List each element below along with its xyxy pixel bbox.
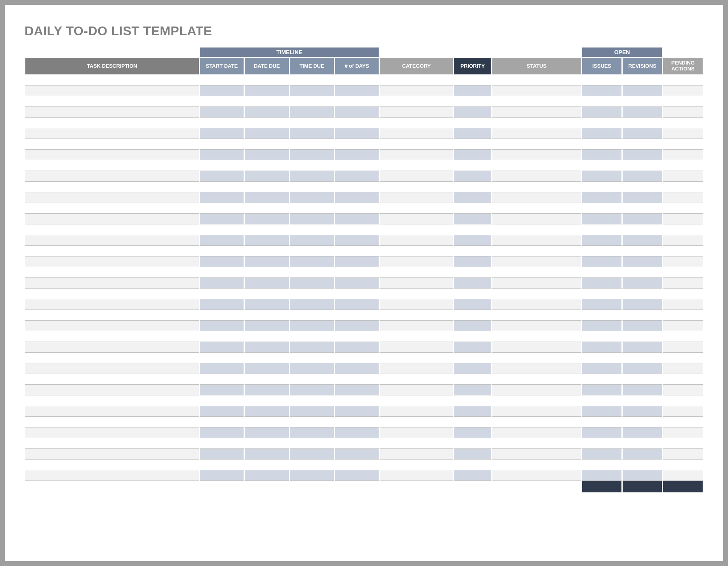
cell-issues[interactable] (582, 118, 622, 128)
cell-issues[interactable] (582, 203, 622, 214)
cell-pending_actions[interactable] (663, 353, 703, 363)
cell-pending_actions[interactable] (663, 139, 703, 150)
cell-pending_actions[interactable] (663, 182, 703, 192)
cell-revisions[interactable] (622, 342, 662, 353)
cell-task[interactable] (25, 331, 199, 342)
cell-pending_actions[interactable] (663, 406, 703, 417)
cell-category[interactable] (379, 417, 453, 427)
cell-date_due[interactable] (244, 160, 289, 171)
cell-revisions[interactable] (622, 299, 662, 310)
cell-task[interactable] (25, 75, 199, 85)
cell-date_due[interactable] (244, 321, 289, 331)
cell-pending_actions[interactable] (663, 214, 703, 224)
cell-start_date[interactable] (200, 395, 244, 406)
cell-date_due[interactable] (244, 374, 289, 385)
cell-priority[interactable] (454, 363, 492, 374)
cell-date_due[interactable] (244, 214, 289, 224)
cell-status[interactable] (492, 96, 581, 107)
cell-pending_actions[interactable] (663, 321, 703, 331)
cell-status[interactable] (492, 235, 581, 246)
cell-task[interactable] (25, 470, 199, 481)
cell-num_days[interactable] (335, 85, 379, 96)
cell-time_due[interactable] (290, 321, 334, 331)
cell-num_days[interactable] (335, 128, 379, 139)
cell-revisions[interactable] (622, 96, 662, 107)
cell-pending_actions[interactable] (663, 150, 703, 160)
cell-task[interactable] (25, 128, 199, 139)
cell-category[interactable] (379, 182, 453, 192)
cell-status[interactable] (492, 128, 581, 139)
cell-date_due[interactable] (244, 85, 289, 96)
cell-issues[interactable] (582, 267, 622, 278)
cell-pending_actions[interactable] (663, 289, 703, 299)
cell-revisions[interactable] (622, 267, 662, 278)
cell-date_due[interactable] (244, 342, 289, 353)
cell-status[interactable] (492, 438, 581, 449)
cell-category[interactable] (379, 460, 453, 470)
cell-status[interactable] (492, 427, 581, 438)
cell-category[interactable] (379, 128, 453, 139)
cell-date_due[interactable] (244, 182, 289, 192)
cell-time_due[interactable] (290, 224, 334, 235)
cell-time_due[interactable] (290, 470, 334, 481)
cell-revisions[interactable] (622, 203, 662, 214)
cell-issues[interactable] (582, 139, 622, 150)
cell-category[interactable] (379, 246, 453, 256)
cell-priority[interactable] (454, 427, 492, 438)
cell-priority[interactable] (454, 278, 492, 289)
cell-num_days[interactable] (335, 417, 379, 427)
cell-task[interactable] (25, 417, 199, 427)
cell-status[interactable] (492, 256, 581, 267)
cell-num_days[interactable] (335, 406, 379, 417)
cell-date_due[interactable] (244, 353, 289, 363)
cell-priority[interactable] (454, 417, 492, 427)
cell-num_days[interactable] (335, 460, 379, 470)
cell-num_days[interactable] (335, 385, 379, 395)
cell-revisions[interactable] (622, 85, 662, 96)
cell-pending_actions[interactable] (663, 278, 703, 289)
cell-num_days[interactable] (335, 278, 379, 289)
cell-start_date[interactable] (200, 160, 244, 171)
cell-issues[interactable] (582, 427, 622, 438)
cell-start_date[interactable] (200, 449, 244, 460)
cell-time_due[interactable] (290, 363, 334, 374)
cell-num_days[interactable] (335, 182, 379, 192)
cell-date_due[interactable] (244, 438, 289, 449)
cell-category[interactable] (379, 342, 453, 353)
cell-category[interactable] (379, 203, 453, 214)
cell-status[interactable] (492, 171, 581, 182)
cell-revisions[interactable] (622, 331, 662, 342)
cell-category[interactable] (379, 331, 453, 342)
cell-date_due[interactable] (244, 75, 289, 85)
cell-time_due[interactable] (290, 331, 334, 342)
cell-task[interactable] (25, 342, 199, 353)
cell-task[interactable] (25, 278, 199, 289)
cell-revisions[interactable] (622, 75, 662, 85)
cell-time_due[interactable] (290, 438, 334, 449)
cell-category[interactable] (379, 192, 453, 203)
cell-revisions[interactable] (622, 427, 662, 438)
cell-start_date[interactable] (200, 342, 244, 353)
cell-num_days[interactable] (335, 139, 379, 150)
cell-revisions[interactable] (622, 128, 662, 139)
cell-start_date[interactable] (200, 96, 244, 107)
cell-category[interactable] (379, 150, 453, 160)
cell-issues[interactable] (582, 107, 622, 118)
cell-issues[interactable] (582, 278, 622, 289)
cell-pending_actions[interactable] (663, 385, 703, 395)
cell-task[interactable] (25, 192, 199, 203)
cell-revisions[interactable] (622, 438, 662, 449)
cell-start_date[interactable] (200, 139, 244, 150)
cell-priority[interactable] (454, 256, 492, 267)
cell-num_days[interactable] (335, 470, 379, 481)
cell-pending_actions[interactable] (663, 374, 703, 385)
cell-priority[interactable] (454, 128, 492, 139)
cell-time_due[interactable] (290, 342, 334, 353)
cell-time_due[interactable] (290, 246, 334, 256)
cell-date_due[interactable] (244, 224, 289, 235)
cell-revisions[interactable] (622, 235, 662, 246)
cell-revisions[interactable] (622, 118, 662, 128)
cell-status[interactable] (492, 214, 581, 224)
cell-start_date[interactable] (200, 85, 244, 96)
cell-task[interactable] (25, 224, 199, 235)
